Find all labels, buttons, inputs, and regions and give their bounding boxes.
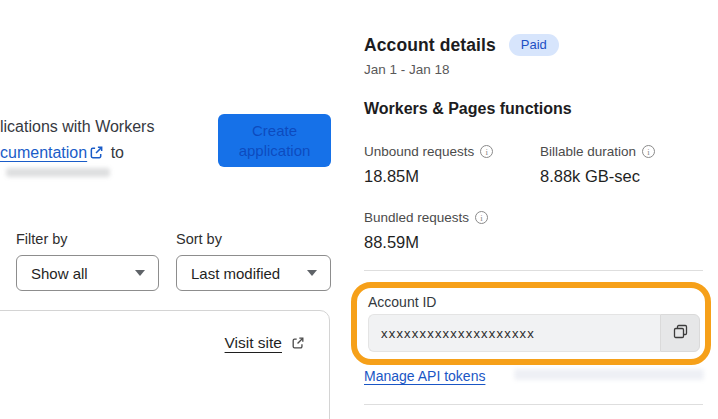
workers-pages-functions-title: Workers & Pages functions (364, 100, 572, 118)
visit-site-link[interactable]: Visit site (225, 334, 307, 352)
chevron-down-icon (307, 270, 317, 276)
create-application-button[interactable]: Create application (218, 114, 331, 167)
bundled-requests-value: 88.59M (364, 233, 419, 252)
filter-dropdown-value: Show all (31, 265, 88, 282)
account-details-panel: Account details Paid Jan 1 - Jan 18 Work… (364, 0, 704, 419)
intro-suffix: to (111, 144, 124, 161)
external-link-icon (89, 142, 104, 157)
divider (364, 404, 703, 405)
external-link-icon (291, 336, 305, 350)
unbound-requests-value: 18.85M (364, 167, 419, 186)
intro-line1: lications with Workers (0, 118, 154, 135)
sort-dropdown[interactable]: Last modified (176, 255, 331, 291)
info-icon[interactable]: i (480, 145, 493, 158)
blurred-text-artifact (514, 369, 704, 380)
manage-api-tokens-link[interactable]: Manage API tokens (364, 368, 485, 384)
filter-dropdown[interactable]: Show all (16, 255, 159, 291)
copy-account-id-button[interactable] (660, 314, 700, 352)
date-range: Jan 1 - Jan 18 (364, 62, 450, 77)
project-card: Visit site (0, 310, 330, 419)
blurred-text-artifact (6, 168, 110, 177)
info-icon[interactable]: i (642, 145, 655, 158)
billable-duration-value: 8.88k GB-sec (540, 167, 640, 186)
paid-badge: Paid (509, 34, 559, 56)
billable-duration-label: Billable duration i (540, 144, 655, 159)
info-icon[interactable]: i (475, 211, 488, 224)
visit-site-label: Visit site (225, 334, 282, 352)
copy-icon (672, 323, 689, 343)
account-id-label: Account ID (368, 294, 436, 310)
account-id-input[interactable] (368, 314, 660, 352)
sort-by-label: Sort by (176, 231, 222, 247)
filter-by-label: Filter by (16, 231, 68, 247)
intro-text: lications with Workers cumentation to (0, 114, 200, 166)
account-details-title: Account details (364, 35, 496, 56)
chevron-down-icon (135, 270, 145, 276)
documentation-link[interactable]: cumentation (0, 144, 87, 161)
sort-dropdown-value: Last modified (191, 265, 280, 282)
divider (364, 270, 703, 271)
bundled-requests-label: Bundled requests i (364, 210, 488, 225)
unbound-requests-label: Unbound requests i (364, 144, 493, 159)
